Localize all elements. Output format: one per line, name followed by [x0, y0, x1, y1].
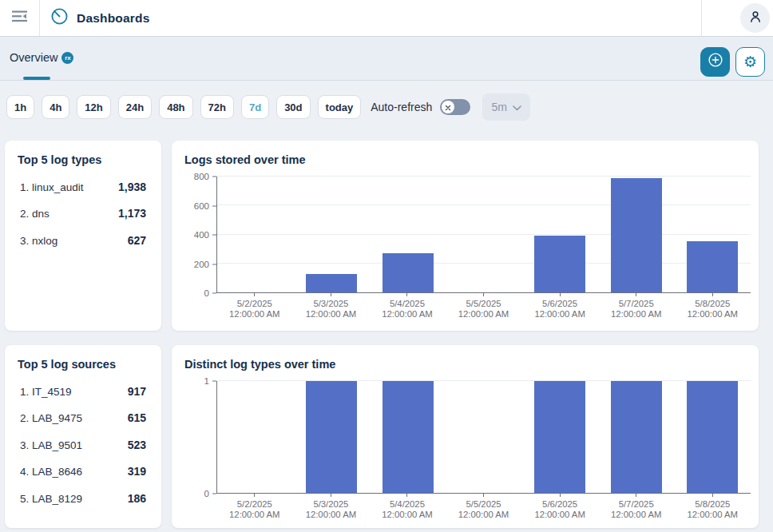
bar-5/3/2025[interactable]	[306, 381, 357, 493]
refresh-interval-value: 5m	[492, 101, 507, 113]
y-tick-label: 400	[194, 230, 209, 240]
time-range-toolbar: 1h4h12h24h48h72h7d30dtoday Auto-refresh …	[6, 93, 767, 121]
range-button-72h[interactable]: 72h	[200, 95, 234, 119]
plot-area-wrap: 5/2/202512:00:00 AM5/3/202512:00:00 AM5/…	[216, 177, 751, 320]
range-button-today[interactable]: today	[318, 95, 362, 119]
x-tick-mark	[483, 293, 484, 296]
bar-5/6/2025[interactable]	[534, 381, 585, 493]
top-log-sources-list: 1. IT_45199172. LAB_94756153. LAB_950152…	[18, 385, 149, 505]
plot-area	[216, 177, 751, 293]
bar-5/3/2025[interactable]	[306, 274, 357, 292]
x-tick-mark	[406, 494, 407, 497]
stat-row: 2. LAB_9475615	[18, 411, 149, 424]
stat-value: 917	[128, 385, 146, 398]
y-tick-label: 1	[204, 376, 209, 386]
bar-band	[675, 177, 751, 292]
bars-row	[217, 381, 751, 493]
range-button-24h[interactable]: 24h	[118, 95, 152, 119]
stat-label: 1. IT_4519	[20, 386, 72, 398]
range-button-48h[interactable]: 48h	[159, 95, 192, 119]
x-tick-label: 5/2/202512:00:00 AM	[216, 494, 293, 520]
range-button-12h[interactable]: 12h	[77, 95, 110, 119]
bar-5/7/2025[interactable]	[611, 381, 662, 493]
bar-5/8/2025[interactable]	[687, 381, 738, 493]
card-distinct-log-types-chart: Distinct log types over time 01 5/2/2025…	[172, 345, 759, 528]
dashboards-pie-icon	[50, 7, 69, 29]
gear-icon: ⚙	[743, 54, 757, 69]
x-tick-label: 5/8/202512:00:00 AM	[674, 293, 751, 320]
stat-value: 523	[128, 439, 146, 451]
auto-refresh-toggle[interactable]	[440, 99, 470, 115]
plot-area-wrap: 5/2/202512:00:00 AM5/3/202512:00:00 AM5/…	[216, 381, 751, 520]
card-top-log-sources: Top 5 log sources 1. IT_45199172. LAB_94…	[5, 345, 161, 528]
bars-row	[217, 177, 751, 292]
chart-title: Distinct log types over time	[184, 358, 746, 371]
card-title: Top 5 log types	[18, 153, 149, 166]
page-title: Dashboards	[77, 11, 150, 26]
menu-fold-icon	[11, 10, 29, 26]
tab-bar: Overview rx ⚙	[0, 37, 773, 81]
refresh-interval-select[interactable]: 5m	[482, 93, 530, 121]
toggle-off-x-icon	[445, 100, 451, 114]
bar-band	[217, 177, 293, 292]
stat-value: 319	[128, 465, 146, 478]
stat-label: 3. LAB_9501	[20, 439, 82, 451]
x-tick-mark	[254, 293, 255, 296]
plus-circle-icon	[707, 51, 724, 72]
sidebar-collapse-button[interactable]	[0, 0, 40, 36]
x-tick-mark	[331, 293, 331, 296]
stat-label: 2. dns	[20, 208, 50, 220]
stat-value: 627	[128, 234, 146, 247]
x-axis-labels: 5/2/202512:00:00 AM5/3/202512:00:00 AM5/…	[216, 494, 751, 520]
x-tick-label: 5/6/202512:00:00 AM	[521, 293, 598, 320]
x-axis-labels: 5/2/202512:00:00 AM5/3/202512:00:00 AM5/…	[216, 293, 751, 320]
x-tick-mark	[483, 494, 484, 497]
bar-band	[446, 381, 521, 493]
range-button-7d[interactable]: 7d	[241, 95, 269, 119]
user-avatar-button[interactable]	[740, 3, 770, 33]
range-button-1h[interactable]: 1h	[6, 95, 34, 119]
bar-band	[522, 177, 598, 292]
stat-row: 2. dns1,173	[18, 207, 149, 220]
bar-5/6/2025[interactable]	[534, 236, 585, 292]
stat-value: 615	[128, 411, 146, 424]
add-dashboard-button[interactable]	[700, 47, 730, 77]
auto-refresh-label: Auto-refresh	[371, 101, 432, 113]
stat-value: 1,173	[118, 207, 146, 220]
distinct-log-types-chart: 01 5/2/202512:00:00 AM5/3/202512:00:00 A…	[184, 381, 751, 520]
top-log-types-list: 1. linux_audit1,9382. dns1,1733. nxlog62…	[18, 181, 149, 247]
y-tick-label: 600	[194, 201, 209, 211]
range-button-30d[interactable]: 30d	[276, 95, 310, 119]
x-tick-label: 5/4/202512:00:00 AM	[369, 494, 446, 520]
logs-stored-chart: 0200400600800 5/2/202512:00:00 AM5/3/202…	[184, 177, 751, 320]
toggle-knob	[442, 101, 454, 113]
dashboard-settings-button[interactable]: ⚙	[735, 47, 765, 77]
x-tick-label: 5/4/202512:00:00 AM	[369, 293, 446, 320]
y-axis: 0200400600800	[184, 177, 216, 293]
stat-row: 5. LAB_8129186	[18, 492, 149, 505]
stat-value: 186	[128, 492, 146, 505]
plot-area	[216, 381, 751, 494]
bar-band	[522, 381, 598, 493]
tab-overview[interactable]: Overview rx	[10, 51, 73, 66]
bar-5/4/2025[interactable]	[383, 381, 434, 493]
x-tick-mark	[560, 494, 561, 497]
bar-band	[293, 177, 369, 292]
bar-5/4/2025[interactable]	[383, 253, 434, 292]
x-tick-label: 5/2/202512:00:00 AM	[216, 293, 293, 320]
card-title: Top 5 log sources	[18, 358, 149, 371]
y-tick-label: 0	[204, 288, 209, 298]
y-axis: 01	[184, 381, 216, 494]
bar-band	[446, 177, 521, 292]
range-button-4h[interactable]: 4h	[42, 95, 69, 119]
x-tick-mark	[331, 494, 331, 497]
rx-badge: rx	[61, 52, 73, 64]
stat-row: 1. linux_audit1,938	[18, 181, 149, 193]
x-tick-mark	[712, 494, 713, 497]
stat-label: 2. LAB_9475	[20, 412, 82, 424]
bar-5/8/2025[interactable]	[687, 241, 738, 292]
stat-value: 1,938	[118, 181, 146, 193]
bar-5/7/2025[interactable]	[611, 178, 662, 292]
header-right	[701, 0, 773, 36]
x-tick-mark	[636, 293, 636, 296]
